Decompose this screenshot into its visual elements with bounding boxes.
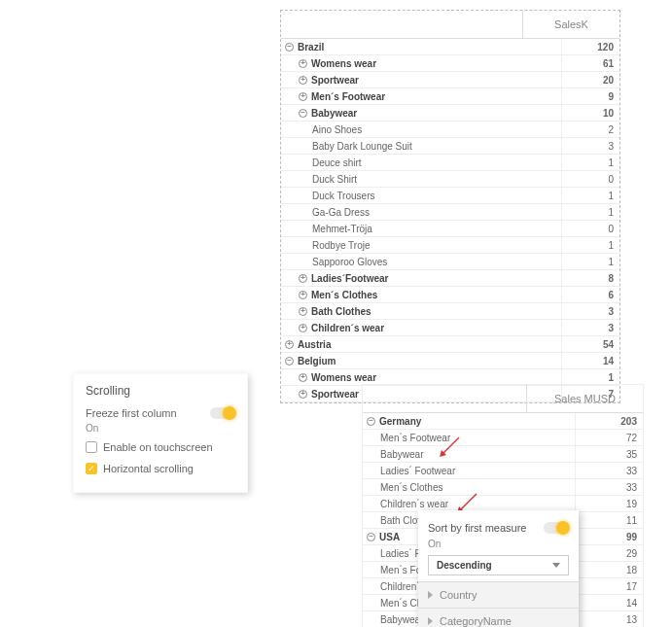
row-label: Ladies´Footwear	[311, 270, 388, 286]
toggle-state-text: On	[86, 423, 235, 434]
row-label: Womens wear	[311, 55, 376, 71]
expand-icon[interactable]: +	[299, 92, 307, 101]
table-row[interactable]: Rodbye Troje1	[281, 237, 619, 254]
table-row[interactable]: Ladies´ Footwear33	[363, 463, 643, 479]
collapse-icon[interactable]: −	[367, 417, 375, 426]
row-value: 6	[561, 287, 619, 302]
row-value: 1	[561, 237, 619, 253]
expand-icon[interactable]: +	[299, 291, 307, 299]
horizontal-scrolling-checkbox[interactable]: ✓	[86, 463, 97, 474]
table-row[interactable]: Deuce shirt1	[281, 155, 619, 171]
row-label: Ga-Ga Dress	[312, 204, 370, 220]
row-label: Bath Clothes	[311, 303, 371, 319]
table-row[interactable]: +Men´s Footwear9	[281, 88, 619, 105]
freeze-first-column-label: Freeze first column	[86, 407, 177, 419]
table-row[interactable]: +Ladies´Footwear8	[281, 270, 619, 287]
table-row[interactable]: +Womens wear61	[281, 55, 619, 72]
table-row[interactable]: −Germany203	[363, 413, 643, 430]
table-row[interactable]: +Children´s wear3	[281, 320, 619, 336]
row-label: Children´s wear	[380, 496, 448, 511]
table-row[interactable]: Babywear35	[363, 446, 643, 463]
row-value: 0	[561, 221, 619, 236]
table-row[interactable]: +Men´s Clothes6	[281, 287, 619, 303]
table-row[interactable]: −Brazil120	[281, 39, 619, 55]
expand-icon[interactable]: +	[299, 324, 307, 332]
row-value: 33	[575, 463, 643, 478]
table-row[interactable]: Men´s Clothes33	[363, 479, 643, 496]
row-label: Children´s wear	[311, 320, 384, 335]
row-label: Austria	[298, 336, 331, 352]
chevron-down-icon	[552, 563, 560, 568]
sort-field-country[interactable]: Country	[418, 581, 579, 608]
table-row[interactable]: +Sportwear20	[281, 72, 619, 88]
row-label: Men´s Footwear	[311, 88, 385, 104]
row-label: Sportwear	[311, 386, 359, 401]
panel-title: Scrolling	[86, 384, 235, 398]
table-row[interactable]: Aino Shoes2	[281, 122, 619, 138]
row-value: 61	[561, 55, 619, 71]
collapse-icon[interactable]: −	[285, 43, 294, 52]
row-value: 14	[561, 353, 619, 368]
row-value: 1	[561, 188, 619, 203]
row-value: 1	[561, 254, 619, 269]
header-measure: Sales MUSD	[526, 385, 643, 412]
row-value: 72	[575, 430, 643, 445]
sort-order-select[interactable]: Descending	[428, 555, 569, 575]
row-value: 20	[561, 72, 619, 87]
table-row[interactable]: Men´s Footwear72	[363, 430, 643, 446]
table-row[interactable]: Ga-Ga Dress1	[281, 204, 619, 221]
row-value: 29	[575, 545, 643, 561]
row-label: Belgium	[298, 353, 336, 368]
table-row[interactable]: −Belgium14	[281, 353, 619, 369]
collapse-icon[interactable]: −	[367, 533, 375, 541]
collapse-icon[interactable]: −	[299, 109, 307, 118]
row-value: 203	[575, 413, 643, 429]
sort-by-first-measure-toggle[interactable]	[544, 522, 569, 534]
table-row[interactable]: Baby Dark Lounge Suit3	[281, 138, 619, 155]
row-value: 9	[561, 88, 619, 104]
expand-icon[interactable]: +	[285, 340, 294, 349]
row-value: 8	[561, 270, 619, 286]
enable-touchscreen-checkbox[interactable]	[86, 441, 97, 453]
row-label: Men´s Clothes	[380, 479, 442, 495]
row-label: Ladies´ Footwear	[380, 463, 455, 478]
table-row[interactable]: Duck Shirt0	[281, 171, 619, 188]
collapse-icon[interactable]: −	[285, 357, 294, 366]
table-row[interactable]: Mehmet-Tröja0	[281, 221, 619, 237]
toggle-state-text: On	[418, 539, 579, 549]
expand-icon[interactable]: +	[299, 76, 307, 85]
table-row[interactable]: Sapporoo Gloves1	[281, 254, 619, 270]
expand-icon[interactable]: +	[299, 307, 307, 316]
row-label: Mehmet-Tröja	[312, 221, 372, 236]
sort-by-first-measure-label: Sort by first measure	[428, 522, 526, 534]
row-label: Duck Shirt	[312, 171, 357, 187]
row-label: Baby Dark Lounge Suit	[312, 138, 412, 154]
row-label: Babywear	[380, 611, 423, 627]
row-value: 13	[575, 611, 643, 627]
row-value: 1	[561, 204, 619, 220]
row-value: 0	[561, 171, 619, 187]
row-value: 35	[575, 446, 643, 462]
row-value: 11	[575, 512, 643, 528]
row-label: Sportwear	[311, 72, 359, 87]
expand-icon[interactable]: +	[299, 373, 307, 382]
table-row[interactable]: +Austria54	[281, 336, 619, 353]
select-value: Descending	[437, 560, 492, 571]
pivot-table-salesk[interactable]: SalesK −Brazil120+Womens wear61+Sportwea…	[280, 10, 620, 403]
table-row[interactable]: +Bath Clothes3	[281, 303, 619, 320]
sort-field-categoryname[interactable]: CategoryName	[418, 608, 579, 627]
row-value: 99	[575, 529, 643, 544]
row-value: 19	[575, 496, 643, 511]
sort-settings-popup: Sort by first measure On Descending Coun…	[418, 510, 579, 627]
expand-icon[interactable]: +	[299, 390, 307, 399]
row-value: 3	[561, 138, 619, 154]
table-row[interactable]: Duck Trousers1	[281, 188, 619, 204]
table-row[interactable]: −Babywear10	[281, 105, 619, 122]
expand-icon[interactable]: +	[299, 274, 307, 283]
row-label: Germany	[379, 413, 421, 429]
row-value: 18	[575, 562, 643, 577]
expand-icon[interactable]: +	[299, 59, 307, 68]
row-label: Duck Trousers	[312, 188, 374, 203]
header-measure: SalesK	[522, 11, 619, 38]
freeze-first-column-toggle[interactable]	[210, 407, 235, 419]
